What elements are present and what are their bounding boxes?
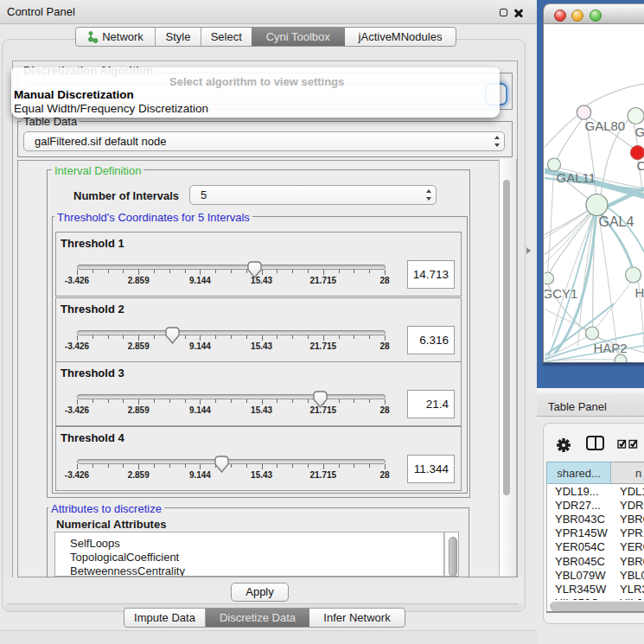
svg-text:GA: GA: [634, 124, 644, 139]
svg-text:HAP2: HAP2: [593, 341, 627, 355]
svg-text:GAL80: GAL80: [584, 118, 625, 133]
svg-text:GAL11: GAL11: [556, 170, 596, 185]
svg-text:CY: CY: [636, 158, 644, 173]
svg-text:GCY1: GCY1: [545, 286, 577, 301]
svg-text:GAL4: GAL4: [598, 214, 634, 229]
svg-text:H: H: [634, 285, 644, 300]
